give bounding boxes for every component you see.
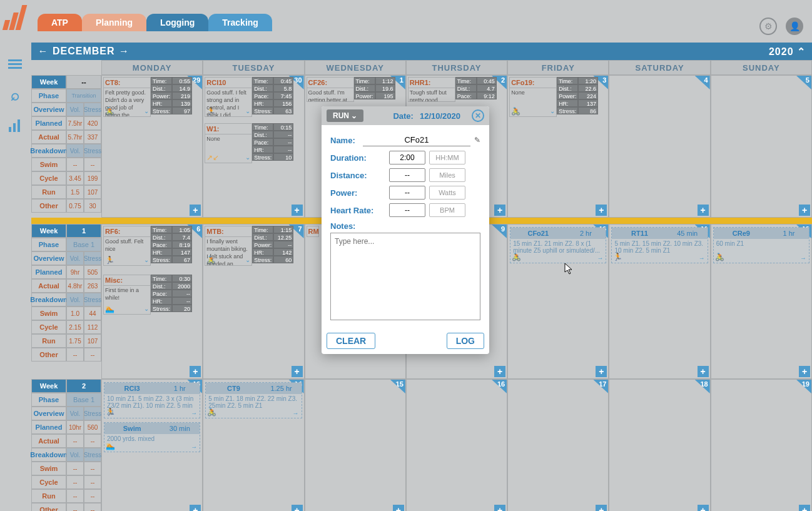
add-event-button[interactable]: +: [698, 205, 709, 216]
close-icon[interactable]: ✕: [472, 109, 484, 122]
tab-atp[interactable]: ATP: [38, 14, 82, 31]
stats-icon[interactable]: [4, 115, 26, 138]
add-event-button[interactable]: +: [190, 205, 201, 216]
day-cell[interactable]: 30 RCI10 Good stuff. I felt strong and i…: [203, 75, 304, 218]
arrow-icon[interactable]: →: [293, 410, 299, 417]
add-event-button[interactable]: +: [494, 366, 505, 377]
add-event-button[interactable]: +: [698, 366, 709, 377]
day-cell[interactable]: 12 CRe91 hr 60 min Z1🚴→ +: [711, 224, 812, 379]
day-cell[interactable]: 18+: [609, 379, 710, 511]
hr-input[interactable]: [389, 203, 425, 217]
planned-event[interactable]: RT1145 min 5 min Z1. 15 min Z2. 10 min Z…: [611, 227, 708, 263]
day-cell[interactable]: 6 RF6: Good stuff. Felt nice🏃⌄ Time:1:05…: [101, 224, 203, 379]
expand-icon[interactable]: ⌄: [144, 305, 149, 313]
next-month-button[interactable]: →: [119, 46, 130, 57]
add-event-button[interactable]: +: [596, 505, 607, 511]
event-block[interactable]: RHR1: Tough stuff but pretty good Time:0…: [408, 77, 497, 102]
expand-icon[interactable]: ⌄: [144, 256, 149, 264]
event-stats: Time:1:20 Dist.:22.6 Power:224 HR:137 St…: [557, 77, 598, 117]
side-label: Phase: [31, 89, 66, 103]
planned-event[interactable]: Swim30 min 2000 yrds. mixed🏊→: [104, 422, 200, 452]
search-icon[interactable]: ⌕: [4, 84, 26, 106]
add-event-button[interactable]: +: [393, 505, 404, 511]
side-value: 107: [84, 334, 101, 348]
notes-textarea[interactable]: [330, 233, 480, 320]
arrow-icon[interactable]: →: [699, 255, 705, 261]
left-rail: ⌕: [0, 44, 31, 146]
event-block[interactable]: RMI: [307, 226, 319, 237]
side-value: Base 1: [66, 238, 101, 251]
cycle-icon: 🚴: [207, 408, 216, 417]
duration-input[interactable]: [389, 151, 425, 164]
day-cell[interactable]: 19+: [711, 379, 812, 511]
side-value: Stress: [84, 293, 101, 306]
clear-button[interactable]: CLEAR: [327, 333, 375, 349]
add-event-button[interactable]: +: [596, 205, 607, 216]
event-block[interactable]: MTB: I finally went mountain biking. I f…: [205, 226, 293, 266]
menu-icon[interactable]: [4, 53, 26, 75]
arrow-icon[interactable]: →: [191, 443, 197, 450]
event-block[interactable]: CFo19: None 🚴 ⌄ Time:1:20 Dist.:22.6 Pow…: [509, 77, 598, 117]
prev-month-button[interactable]: ←: [38, 46, 49, 57]
planned-event[interactable]: CRe91 hr 60 min Z1🚴→: [713, 227, 809, 263]
day-cell[interactable]: 13 RCI31 hr 10 min Z1. 5 min Z2. 3 x (3 …: [101, 379, 203, 511]
add-event-button[interactable]: +: [799, 205, 810, 216]
settings-icon[interactable]: ⚙: [759, 18, 777, 35]
add-event-button[interactable]: +: [292, 505, 303, 511]
day-cell[interactable]: 11 RT1145 min 5 min Z1. 15 min Z2. 10 mi…: [609, 224, 710, 379]
arrow-icon[interactable]: →: [191, 410, 197, 417]
add-event-button[interactable]: +: [698, 505, 709, 511]
add-event-button[interactable]: +: [190, 505, 201, 511]
side-value: --: [66, 75, 101, 89]
add-event-button[interactable]: +: [292, 366, 303, 377]
event-block[interactable]: Misc: First time in a while!🏊⌄ Time:0:30…: [103, 275, 192, 315]
expand-icon[interactable]: ⌄: [144, 108, 149, 115]
day-cell[interactable]: 4 +: [609, 75, 710, 218]
add-event-button[interactable]: +: [799, 505, 810, 511]
activity-type-dropdown[interactable]: RUN ⌄: [327, 109, 363, 122]
tab-logging[interactable]: Logging: [146, 14, 208, 31]
day-cell[interactable]: 5 +: [711, 75, 812, 218]
edit-icon[interactable]: ✎: [474, 136, 480, 144]
add-event-button[interactable]: +: [292, 205, 303, 216]
day-cell[interactable]: 29 CT8: Felt pretty good. Didn't do a ve…: [101, 75, 203, 218]
event-block[interactable]: CF26: Good stuff. I'm getting better at …: [307, 77, 395, 102]
day-cell[interactable]: 17+: [507, 379, 609, 511]
day-cell[interactable]: 16+: [406, 379, 507, 511]
power-input[interactable]: [389, 186, 425, 200]
day-cell[interactable]: 10 CFo212 hr 15 min Z1. 21 min Z2. 8 x (…: [507, 224, 609, 379]
planned-event[interactable]: RCI31 hr 10 min Z1. 5 min Z2. 3 x (3 min…: [104, 382, 200, 418]
arrow-icon[interactable]: →: [597, 255, 603, 261]
expand-icon[interactable]: ⌄: [245, 256, 250, 264]
arrow-icon[interactable]: →: [800, 255, 806, 261]
event-block[interactable]: RF6: Good stuff. Felt nice🏃⌄ Time:1:05 D…: [103, 226, 192, 266]
modal-date-label: Date:: [393, 111, 414, 121]
name-input[interactable]: [363, 134, 470, 146]
add-event-button[interactable]: +: [494, 205, 505, 216]
year-selector[interactable]: 2020 ⌃: [769, 46, 806, 58]
user-icon[interactable]: 👤: [786, 18, 803, 35]
event-block[interactable]: W1: None ↗↙ ⌄ Time:0:15 Dist.:-- Pace:--…: [205, 123, 293, 163]
add-event-button[interactable]: +: [190, 366, 201, 377]
add-event-button[interactable]: +: [799, 366, 810, 377]
planned-event[interactable]: CFo212 hr 15 min Z1. 21 min Z2. 8 x (1 m…: [510, 227, 606, 263]
day-cell[interactable]: 3 CFo19: None 🚴 ⌄ Time:1:20 Dist.:22.6: [507, 75, 609, 218]
day-cell[interactable]: 7 MTB: I finally went mountain biking. I…: [203, 224, 304, 379]
add-event-button[interactable]: +: [596, 366, 607, 377]
side-label: Other: [31, 503, 66, 511]
add-event-button[interactable]: +: [494, 505, 505, 511]
tab-planning[interactable]: Planning: [82, 14, 146, 31]
event-block[interactable]: RCI10 Good stuff. I felt strong and in c…: [205, 77, 293, 117]
log-button[interactable]: LOG: [447, 333, 484, 349]
day-cell[interactable]: 14 CT91.25 hr 5 min Z1. 18 min Z2. 22 mi…: [203, 379, 304, 511]
tab-tracking[interactable]: Tracking: [208, 14, 272, 31]
expand-icon[interactable]: ⌄: [245, 108, 250, 115]
planned-event[interactable]: CT91.25 hr 5 min Z1. 18 min Z2. 22 min Z…: [205, 382, 302, 418]
planned-text: 5 min Z1. 15 min Z2. 10 min Z3. 10 min Z…: [612, 239, 707, 263]
day-cell[interactable]: 15+: [305, 379, 406, 511]
distance-input[interactable]: [389, 168, 425, 182]
expand-icon[interactable]: ⌄: [550, 108, 555, 115]
event-block[interactable]: CT8: Felt pretty good. Didn't do a very …: [103, 77, 192, 117]
expand-icon[interactable]: ⌄: [245, 154, 250, 161]
day-number: 19: [796, 380, 811, 393]
